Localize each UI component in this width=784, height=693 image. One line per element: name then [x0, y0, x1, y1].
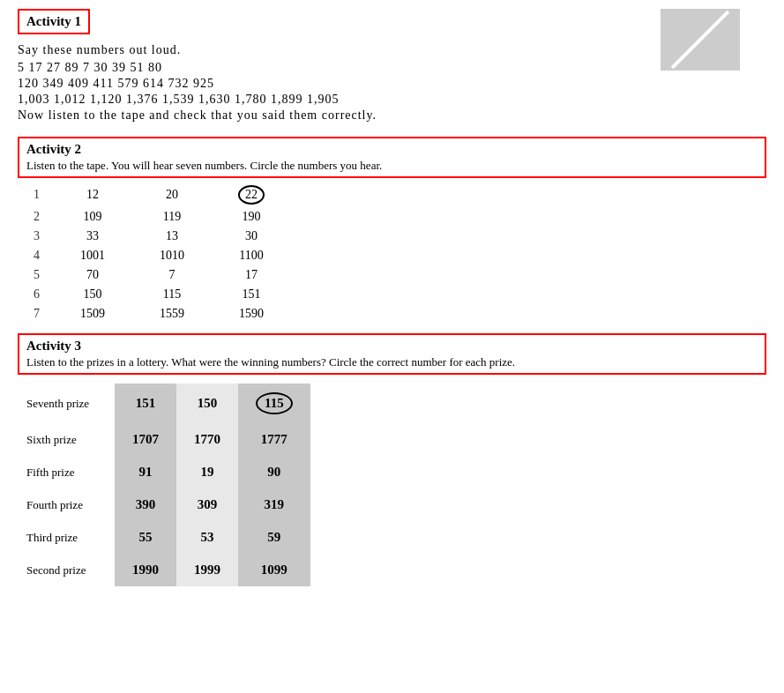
row-number: 1 [26, 188, 40, 202]
prize-row-second: Second prize 1990 1999 1099 [26, 554, 310, 586]
prize-label-fifth: Fifth prize [26, 456, 115, 488]
row-number: 3 [26, 229, 40, 243]
option-6-3: 151 [225, 287, 278, 302]
row-number: 6 [26, 287, 40, 302]
prize-second-opt2: 1999 [176, 554, 238, 586]
prize-fourth-opt2: 309 [176, 488, 238, 521]
row-number: 5 [26, 268, 40, 282]
activity3-instruction: Listen to the prizes in a lottery. What … [26, 355, 758, 369]
prize-seventh-opt2: 150 [176, 384, 238, 423]
circled-115: 115 [256, 392, 293, 414]
activity3-section: Activity 3 Listen to the prizes in a lot… [18, 333, 766, 586]
prize-row-fourth: Fourth prize 390 309 319 [26, 488, 310, 521]
option-7-3: 1590 [225, 307, 278, 321]
activity1-instruction: Say these numbers out loud. [18, 43, 377, 57]
activity1-instruction2: Now listen to the tape and check that yo… [18, 108, 377, 123]
activity3-box: Activity 3 Listen to the prizes in a lot… [18, 333, 766, 375]
prize-sixth-opt2: 1770 [176, 423, 238, 456]
prize-label-sixth: Sixth prize [26, 423, 115, 456]
option-6-1: 150 [66, 287, 119, 302]
prize-sixth-opt1: 1707 [115, 423, 176, 456]
prize-label-third: Third prize [26, 521, 115, 554]
option-7-1: 1509 [66, 307, 119, 321]
option-2-2: 119 [146, 210, 198, 224]
activity2-section: Activity 2 Listen to the tape. You will … [18, 137, 766, 321]
row-number: 2 [26, 210, 40, 224]
prize-row-seventh: Seventh prize 151 150 115 [26, 384, 310, 423]
option-5-2: 7 [146, 268, 198, 282]
tape-slash-decoration [671, 11, 729, 69]
lottery-table: Seventh prize 151 150 115 Sixth prize 17… [26, 384, 310, 586]
prize-third-opt3: 59 [238, 521, 310, 554]
activity1-title: Activity 1 [26, 14, 81, 28]
option-7-2: 1559 [146, 307, 198, 321]
activity2-title: Activity 2 [26, 142, 758, 157]
option-2-3: 190 [225, 210, 278, 224]
prize-fifth-opt1: 91 [115, 456, 176, 488]
prize-row-third: Third prize 55 53 59 [26, 521, 310, 554]
activity2-row6: 6 150 115 151 [26, 287, 766, 302]
option-6-2: 115 [146, 287, 198, 302]
prize-fifth-opt3: 90 [238, 456, 310, 488]
prize-second-opt3: 1099 [238, 554, 310, 586]
option-4-2: 1010 [146, 249, 198, 263]
row-number: 7 [26, 307, 40, 321]
activity2-row3: 3 33 13 30 [26, 229, 766, 243]
tape-icon [661, 9, 740, 71]
option-3-3: 30 [225, 229, 278, 243]
prize-second-opt1: 1990 [115, 554, 176, 586]
prize-label-second: Second prize [26, 554, 115, 586]
activity2-row7: 7 1509 1559 1590 [26, 307, 766, 321]
activity2-instruction: Listen to the tape. You will hear seven … [26, 159, 758, 173]
activity3-title: Activity 3 [26, 339, 758, 354]
activity2-row2: 2 109 119 190 [26, 210, 766, 224]
activity1-numbers-row1: 5 17 27 89 7 30 39 51 80 [18, 61, 377, 75]
activity2-grid: 1 12 20 22 2 109 119 190 3 33 13 30 4 10… [26, 185, 766, 321]
option-5-1: 70 [66, 268, 119, 282]
activity1-box: Activity 1 [18, 9, 90, 34]
option-1-1: 12 [66, 188, 119, 202]
row-number: 4 [26, 249, 40, 263]
prize-seventh-opt3: 115 [238, 384, 310, 423]
prize-label-fourth: Fourth prize [26, 488, 115, 521]
circled-value: 22 [238, 185, 265, 205]
prize-third-opt2: 53 [176, 521, 238, 554]
prize-row-fifth: Fifth prize 91 19 90 [26, 456, 310, 488]
activity2-box: Activity 2 Listen to the tape. You will … [18, 137, 766, 178]
activity2-row4: 4 1001 1010 1100 [26, 249, 766, 263]
prize-sixth-opt3: 1777 [238, 423, 310, 456]
prize-fifth-opt2: 19 [176, 456, 238, 488]
prize-row-sixth: Sixth prize 1707 1770 1777 [26, 423, 310, 456]
option-4-1: 1001 [66, 249, 119, 263]
option-2-1: 109 [66, 210, 119, 224]
prize-third-opt1: 55 [115, 521, 176, 554]
activity1-numbers-row3: 1,003 1,012 1,120 1,376 1,539 1,630 1,78… [18, 93, 377, 107]
prize-seventh-opt1: 151 [115, 384, 176, 423]
prize-fourth-opt3: 319 [238, 488, 310, 521]
activity1-section: Activity 1 Say these numbers out loud. 5… [18, 9, 766, 124]
prize-label-seventh: Seventh prize [26, 384, 115, 423]
option-3-1: 33 [66, 229, 119, 243]
option-4-3: 1100 [225, 249, 278, 263]
option-5-3: 17 [225, 268, 278, 282]
prize-fourth-opt1: 390 [115, 488, 176, 521]
activity1-numbers-row2: 120 349 409 411 579 614 732 925 [18, 77, 377, 91]
option-1-3: 22 [225, 185, 278, 205]
activity2-row1: 1 12 20 22 [26, 185, 766, 205]
activity2-row5: 5 70 7 17 [26, 268, 766, 282]
option-1-2: 20 [146, 188, 198, 202]
option-3-2: 13 [146, 229, 198, 243]
